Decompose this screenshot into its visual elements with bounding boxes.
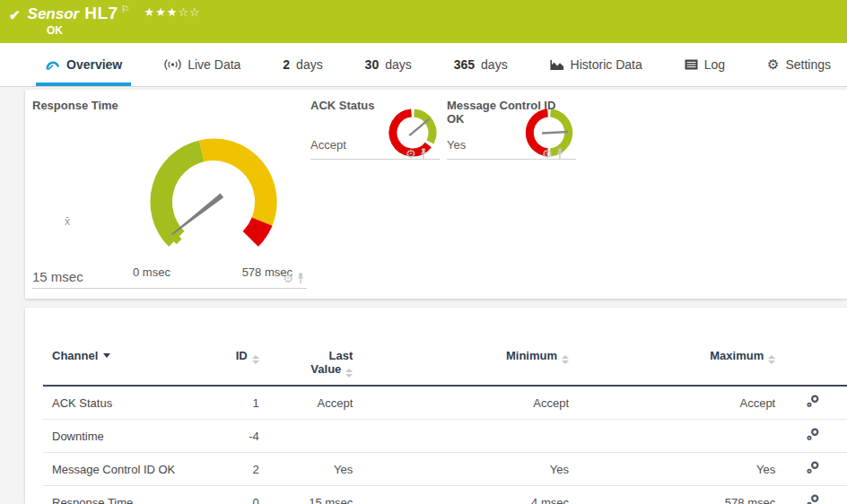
cell-id: 2 [222, 453, 259, 486]
header-label: ID [236, 349, 248, 362]
message-control-value: Yes [447, 138, 466, 152]
gauge-min-label: 0 msec [133, 265, 170, 279]
tab-30-days[interactable]: 30 days [356, 43, 421, 86]
tab-historic-data[interactable]: Historic Data [541, 43, 651, 86]
tab-number: 2 [283, 57, 290, 72]
channel-settings-gears-icon[interactable] [806, 428, 820, 444]
cell-id: 0 [222, 486, 259, 504]
table-row: Downtime -4 [43, 420, 847, 453]
header-label: Last [259, 349, 354, 362]
table-header-row: Channel ID Last Value Minimum Maximum [43, 343, 847, 386]
tab-number: 365 [454, 57, 475, 72]
table-row: ACK Status 1 Accept Accept Accept [43, 386, 847, 420]
priority-stars[interactable]: ★★★☆☆ [144, 5, 201, 19]
sort-icon [345, 369, 353, 378]
chart-icon [550, 59, 564, 71]
tab-label: days [481, 57, 508, 72]
tab-overview[interactable]: Overview [36, 43, 131, 86]
channel-table-panel: Channel ID Last Value Minimum Maximum [25, 308, 847, 504]
sort-icon [562, 355, 569, 364]
response-time-value: 15 msec [32, 269, 83, 284]
cell-maximum [569, 420, 775, 453]
sensor-kind-label: Sensor [28, 5, 80, 23]
channel-settings-gears-icon[interactable] [806, 494, 820, 504]
cell-id: 1 [222, 386, 259, 420]
status-check-icon: ✔ [9, 7, 21, 23]
gauge-scale-labels: 0 msec 578 msec [133, 265, 293, 279]
channel-settings-gears-icon[interactable] [806, 395, 820, 411]
cell-minimum [353, 420, 569, 453]
cell-minimum: 4 msec [353, 486, 569, 504]
ack-status-value: Accept [310, 138, 346, 152]
gauge-arc-yellow [199, 139, 277, 226]
tab-label: days [296, 57, 323, 72]
gear-icon: ⚙ [767, 56, 779, 73]
column-header-channel[interactable]: Channel [43, 343, 222, 386]
priority-flag-icon[interactable]: ⚐ [121, 4, 130, 15]
channel-table: Channel ID Last Value Minimum Maximum [43, 343, 847, 504]
pin-icon[interactable] [296, 273, 305, 284]
channel-settings-gears-icon[interactable] [806, 461, 820, 477]
gauges-panel: Response Time x̄ 0 msec 578 msec 15 msec… [25, 90, 847, 299]
cell-maximum: Accept [569, 386, 775, 420]
log-list-icon [685, 59, 698, 70]
header-label: Value [310, 362, 341, 376]
gauge-icon [45, 59, 60, 71]
column-header-maximum[interactable]: Maximum [569, 343, 775, 386]
tab-number: 30 [365, 57, 380, 72]
channel-gear-icon[interactable]: ⚙ [283, 273, 293, 284]
tab-live-data[interactable]: Live Data [155, 43, 249, 86]
cell-minimum: Accept [353, 386, 569, 420]
channel-gear-icon[interactable]: ⚙ [406, 148, 416, 160]
pin-icon[interactable] [419, 148, 428, 160]
live-signal-icon [164, 58, 181, 71]
tab-settings[interactable]: ⚙ Settings [758, 43, 840, 86]
header-label: Maximum [710, 349, 764, 362]
tab-label: Live Data [188, 57, 240, 72]
channel-gear-icon[interactable]: ⚙ [542, 148, 553, 160]
sensor-name: HL7 [84, 4, 118, 23]
response-time-gauge [126, 118, 301, 261]
header-label: Channel [52, 349, 98, 362]
column-header-actions [775, 343, 847, 386]
cell-last-value [259, 420, 354, 453]
table-row: Response Time 0 15 msec 4 msec 578 msec [43, 486, 847, 504]
page-content: Response Time x̄ 0 msec 578 msec 15 msec… [0, 87, 847, 504]
tab-label: days [385, 57, 412, 72]
cell-last-value: Yes [259, 453, 354, 486]
gauge-needle [171, 194, 223, 235]
sort-icon [768, 355, 775, 364]
header-label: Minimum [506, 349, 557, 362]
tab-log[interactable]: Log [676, 43, 734, 86]
cell-channel: ACK Status [43, 386, 222, 420]
cell-maximum: Yes [569, 453, 775, 486]
cell-last-value: Accept [259, 386, 354, 420]
mean-marker: x̄ [65, 215, 70, 228]
cell-channel: Message Control ID OK [43, 453, 222, 486]
tab-label: Overview [66, 57, 122, 72]
tile-title: Response Time [32, 99, 307, 112]
tab-2-days[interactable]: 2 days [274, 43, 331, 86]
sort-desc-icon [103, 353, 110, 358]
table-row: Message Control ID OK 2 Yes Yes Yes [43, 453, 847, 486]
tab-label: Settings [785, 57, 831, 72]
tab-bar: Overview Live Data 2 days 30 days 365 da… [0, 43, 847, 87]
column-header-minimum[interactable]: Minimum [353, 343, 569, 386]
column-header-id[interactable]: ID [222, 343, 259, 386]
sensor-header: ✔ Sensor HL7 ⚐ ★★★☆☆ OK [0, 0, 847, 43]
sensor-status-badge: OK [47, 24, 63, 37]
cell-id: -4 [222, 420, 259, 453]
cell-channel: Response Time [43, 486, 222, 504]
gauge-tile-response-time: Response Time x̄ 0 msec 578 msec 15 msec… [32, 99, 307, 289]
cell-last-value: 15 msec [259, 486, 354, 504]
sort-icon [252, 355, 259, 364]
cell-maximum: 578 msec [569, 486, 775, 504]
gauge-tile-message-control: Message Control ID OK Yes ⚙ [447, 99, 576, 160]
pin-icon[interactable] [555, 148, 564, 160]
cell-minimum: Yes [353, 453, 569, 486]
tab-365-days[interactable]: 365 days [445, 43, 517, 86]
tab-label: Log [704, 57, 725, 72]
cell-channel: Downtime [43, 420, 222, 453]
tab-label: Historic Data [571, 57, 642, 72]
column-header-last-value[interactable]: Last Value [259, 343, 354, 386]
